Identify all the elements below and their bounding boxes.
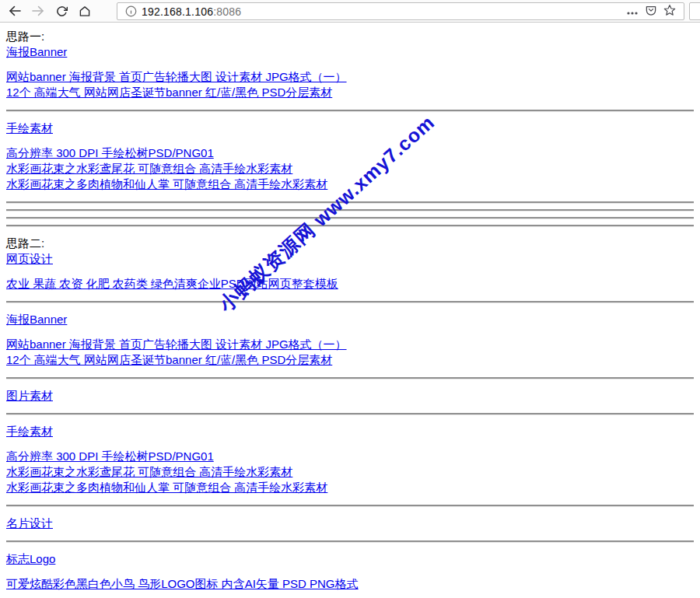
info-circle-icon[interactable] [125,5,137,17]
content-link[interactable]: 12个 高端大气 网站网店圣诞节banner 红/蓝/黑色 PSD分层素材 [6,86,332,99]
paragraph: 名片设计 [6,516,694,531]
content-link[interactable]: 水彩画花束之水彩鸢尾花 可随意组合 高清手绘水彩素材 [6,162,292,175]
content-link[interactable]: 农业 果蔬 农资 化肥 农药类 绿色清爽企业PSD网站网页整套模板 [6,277,338,290]
divider [6,505,694,506]
content-link[interactable]: 手绘素材 [6,425,53,438]
url-port: :8086 [213,5,241,18]
content-link[interactable]: 网站banner 海报背景 首页广告轮播大图 设计素材 JPG格式（一） [6,70,347,83]
content-link[interactable]: 手绘素材 [6,121,53,135]
paragraph: 高分辨率 300 DPI 手绘松树PSD/PNG01水彩画花束之水彩鸢尾花 可随… [6,145,694,192]
page-actions-button[interactable] [623,3,642,20]
home-icon [79,5,91,17]
paragraph: 网站banner 海报背景 首页广告轮播大图 设计素材 JPG格式（一） 12个… [6,69,694,100]
page-content: 思路一:海报Banner网站banner 海报背景 首页广告轮播大图 设计素材 … [0,23,700,598]
url-text[interactable]: 192.168.1.106:8086 [142,5,241,18]
paragraph: 海报Banner [6,312,694,327]
divider [6,201,694,203]
reload-button[interactable] [50,1,73,21]
forward-button[interactable] [26,1,50,21]
address-bar[interactable]: 192.168.1.106:8086 [117,2,684,20]
content-link[interactable]: 图片素材 [6,389,53,402]
divider [6,209,694,211]
paragraph: 高分辨率 300 DPI 手绘松树PSD/PNG01水彩画花束之水彩鸢尾花 可随… [6,449,694,495]
url-host: 192.168.1.106 [142,5,213,18]
content-link[interactable]: 水彩画花束之多肉植物和仙人掌 可随意组合 高清手绘水彩素材 [6,481,327,494]
paragraph: 图片素材 [6,388,694,404]
bookmark-star-button[interactable] [660,3,679,20]
back-arrow-icon [9,5,21,16]
home-button[interactable] [73,1,96,21]
divider [6,301,694,302]
browser-toolbar: 192.168.1.106:8086 [0,0,700,23]
static-text: 思路一: [6,30,44,43]
partial-toolbar-item [689,2,700,20]
paragraph: 思路一:海报Banner [6,29,694,60]
forward-arrow-icon [32,5,44,16]
content-link[interactable]: 水彩画花束之多肉植物和仙人掌 可随意组合 高清手绘水彩素材 [6,177,327,191]
content-link[interactable]: 名片设计 [6,516,53,530]
content-link[interactable]: 网页设计 [6,252,53,265]
pocket-button[interactable] [642,3,660,20]
content-link[interactable]: 12个 高端大气 网站网店圣诞节banner 红/蓝/黑色 PSD分层素材 [6,353,332,366]
divider [6,377,694,379]
paragraph: 可爱炫酷彩色黑白色小鸟 鸟形LOGO图标 内含AI矢量 PSD PNG格式 [6,576,694,592]
link-list: 思路一:海报Banner网站banner 海报背景 首页广告轮播大图 设计素材 … [6,29,694,592]
divider [6,110,694,111]
paragraph: 思路二:网页设计 [6,236,694,267]
divider [6,217,694,219]
content-link[interactable]: 水彩画花束之水彩鸢尾花 可随意组合 高清手绘水彩素材 [6,465,292,478]
divider [6,540,694,542]
star-icon [663,4,676,19]
divider [6,413,694,414]
paragraph: 农业 果蔬 农资 化肥 农药类 绿色清爽企业PSD网站网页整套模板 [6,276,694,292]
content-link[interactable]: 高分辨率 300 DPI 手绘松树PSD/PNG01 [6,449,214,463]
content-link[interactable]: 海报Banner [6,313,67,326]
static-text: 思路二: [6,236,44,250]
paragraph: 网站banner 海报背景 首页广告轮播大图 设计素材 JPG格式（一） 12个… [6,337,694,368]
divider [6,225,694,226]
paragraph: 手绘素材 [6,121,694,136]
back-button[interactable] [3,1,26,21]
content-link[interactable]: 高分辨率 300 DPI 手绘松树PSD/PNG01 [6,146,214,159]
content-link[interactable]: 标志Logo [6,552,55,565]
paragraph: 手绘素材 [6,424,694,439]
three-dots-icon [627,5,638,17]
paragraph: 标志Logo [6,551,694,567]
pocket-icon [645,5,657,19]
content-link[interactable]: 海报Banner [6,45,67,58]
content-link[interactable]: 可爱炫酷彩色黑白色小鸟 鸟形LOGO图标 内含AI矢量 PSD PNG格式 [6,577,359,590]
reload-icon [56,5,68,17]
content-link[interactable]: 网站banner 海报背景 首页广告轮播大图 设计素材 JPG格式（一） [6,337,347,351]
